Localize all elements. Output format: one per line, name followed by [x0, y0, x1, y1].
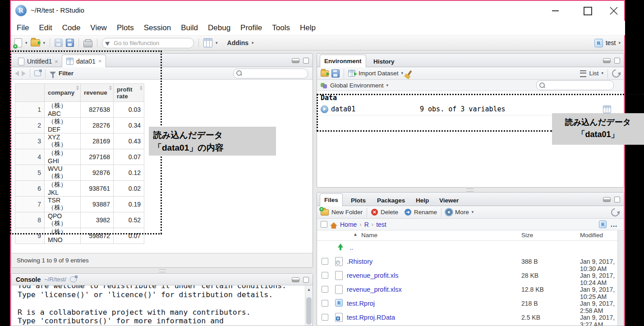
import-caret-icon[interactable]: ▾ [401, 71, 404, 75]
pane-minimize-icon[interactable] [292, 58, 299, 63]
rename-button[interactable]: Rename [414, 209, 437, 216]
file-row[interactable]: revenue_profit.xlsx 12.8 KB Jan 9, 2017,… [317, 283, 617, 297]
goto-file-input[interactable] [113, 39, 173, 47]
expand-object-icon[interactable] [321, 106, 328, 113]
rproj-indicator-icon[interactable]: R [599, 220, 607, 228]
file-row[interactable]: revenue_profit.xls 28 KB Jan 9, 2017, 10… [317, 269, 617, 283]
print-icon[interactable] [83, 41, 92, 47]
menu-build[interactable]: Build [176, 23, 203, 32]
file-row[interactable]: R test.Rproj 218 B Jan 9, 2017, 2:58 AM [317, 297, 617, 311]
select-all-checkbox[interactable] [321, 221, 327, 228]
console-output[interactable]: You are welcome to redistribute it under… [11, 285, 305, 326]
pane-maximize-icon[interactable] [614, 197, 620, 202]
pane-minimize-icon[interactable] [603, 58, 611, 63]
more-gear-icon[interactable] [446, 209, 452, 216]
more-options-icon[interactable]: … [610, 220, 617, 229]
menu-session[interactable]: Session [139, 23, 176, 32]
view-data-frame-icon[interactable] [603, 106, 611, 113]
menu-file[interactable]: File [12, 23, 34, 32]
file-checkbox[interactable] [322, 314, 328, 321]
environment-search-box[interactable] [536, 80, 614, 90]
menu-debug[interactable]: Debug [203, 23, 235, 32]
delete-button[interactable]: Delete [381, 209, 398, 216]
refresh-icon[interactable] [610, 68, 621, 79]
pane-maximize-icon[interactable] [614, 58, 620, 64]
save-all-icon[interactable] [66, 39, 74, 47]
column-header-size[interactable]: Size [521, 232, 533, 239]
tab-viewer[interactable]: Viewer [435, 194, 463, 206]
file-row[interactable]: 🕐 .Rhistory 388 B Jan 9, 2017, 10:30 AM [317, 255, 617, 269]
panes-grid-icon[interactable] [203, 38, 212, 47]
menu-help[interactable]: Help [295, 23, 321, 32]
scrollbar-thumb[interactable] [306, 297, 312, 325]
menu-plots[interactable]: Plots [112, 23, 139, 32]
list-view-icon[interactable] [580, 70, 586, 77]
list-view-button[interactable]: List [589, 70, 598, 77]
open-file-caret-icon[interactable]: ▾ [43, 41, 46, 45]
menu-view[interactable]: View [85, 23, 112, 32]
open-file-icon[interactable] [31, 39, 40, 46]
sort-ascending-icon[interactable]: ▲ [353, 232, 358, 237]
save-workspace-icon[interactable] [331, 69, 340, 78]
tab-files[interactable]: Files [320, 193, 343, 206]
list-caret-icon[interactable]: ▾ [601, 71, 603, 75]
new-folder-button[interactable]: New Folder [331, 209, 363, 216]
import-dataset-button[interactable]: Import Dataset [359, 70, 399, 77]
breadcrumb-r[interactable]: R [364, 221, 369, 228]
new-file-icon[interactable] [14, 38, 22, 47]
more-button[interactable]: More [455, 209, 469, 216]
more-caret-icon[interactable]: ▾ [472, 210, 474, 214]
file-name[interactable]: test.Rproj [347, 300, 375, 307]
close-button[interactable] [603, 1, 624, 21]
breadcrumb-home[interactable]: Home [340, 221, 357, 228]
delete-icon[interactable]: ✕ [371, 209, 378, 216]
object-name[interactable]: data01 [331, 105, 355, 113]
tab-environment[interactable]: Environment [320, 55, 366, 67]
file-checkbox[interactable] [322, 258, 328, 265]
file-name[interactable]: test.Rproj.RData [347, 314, 395, 321]
file-row-up[interactable]: .. [317, 241, 617, 255]
file-checkbox[interactable] [322, 300, 328, 307]
menu-profile[interactable]: Profile [235, 23, 267, 32]
load-workspace-icon[interactable] [321, 70, 329, 77]
menu-code[interactable]: Code [57, 23, 86, 32]
scope-caret-icon[interactable]: ▾ [386, 83, 389, 87]
pane-minimize-icon[interactable] [292, 277, 299, 282]
file-checkbox[interactable] [322, 272, 328, 279]
tab-history[interactable]: History [369, 55, 399, 67]
tab-packages[interactable]: Packages [373, 194, 409, 206]
save-icon[interactable] [55, 39, 63, 47]
scroll-up-icon[interactable]: ▲ [305, 285, 313, 293]
column-header-modified[interactable]: Modified [580, 232, 603, 239]
rename-icon[interactable]: ➜ [405, 209, 411, 216]
file-name[interactable]: .. [350, 244, 353, 251]
console-scrollbar[interactable]: ▲ [305, 285, 313, 326]
viewer-search-input[interactable] [244, 70, 305, 77]
clear-objects-icon[interactable] [407, 70, 412, 76]
console-title[interactable]: Console [16, 276, 41, 283]
horizontal-splitter-handle[interactable] [159, 269, 166, 272]
file-name[interactable]: revenue_profit.xlsx [347, 286, 402, 293]
file-row[interactable]: R test.Rproj.RData 2.5 KB Jan 9, 2017, 3… [317, 311, 617, 325]
column-header-name[interactable]: Name [361, 232, 377, 239]
files-scrollbar[interactable] [617, 230, 624, 326]
project-menu[interactable]: R test ▾ [594, 39, 621, 47]
file-checkbox[interactable] [322, 286, 328, 293]
maximize-button[interactable] [577, 1, 598, 21]
pane-maximize-icon[interactable] [303, 277, 309, 283]
file-name[interactable]: revenue_profit.xls [347, 272, 398, 279]
new-folder-icon[interactable] [321, 209, 329, 216]
viewer-search-box[interactable] [233, 69, 308, 78]
addins-caret-icon[interactable]: ▾ [252, 41, 254, 45]
minimize-button[interactable] [545, 1, 566, 21]
home-icon[interactable] [330, 222, 337, 226]
environment-search-input[interactable] [547, 82, 611, 89]
addins-button[interactable]: Addins [227, 39, 248, 46]
file-name[interactable]: .Rhistory [347, 258, 373, 265]
panes-caret-icon[interactable]: ▾ [216, 41, 218, 45]
goto-file-box[interactable] [102, 38, 194, 48]
tab-plots[interactable]: Plots [347, 194, 370, 206]
parent-directory-icon[interactable] [338, 243, 343, 248]
import-dataset-icon[interactable] [348, 70, 356, 77]
menu-tools[interactable]: Tools [267, 23, 295, 32]
